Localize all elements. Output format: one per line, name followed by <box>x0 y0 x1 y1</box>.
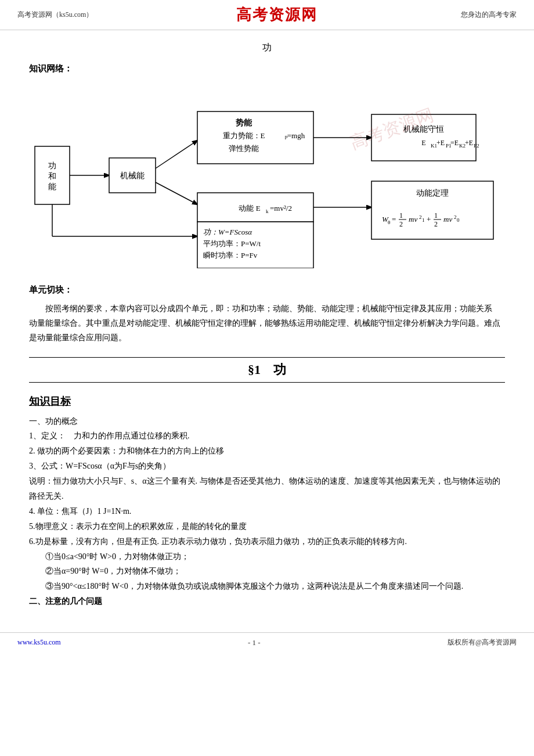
svg-text:机械能: 机械能 <box>120 171 145 180</box>
svg-text:2: 2 <box>454 214 457 220</box>
section2-title: 二、注意的几个问题 <box>29 594 505 609</box>
content-line-6: 5.物理意义：表示力在空间上的积累效应，是能的转化的量度 <box>29 519 505 534</box>
svg-text:重力势能：E: 重力势能：E <box>223 131 265 140</box>
svg-text:弹性势能: 弹性势能 <box>229 144 259 153</box>
header-left: 高考资源网（ks5u.com） <box>17 10 93 20</box>
knowledge-network-label: 知识网络： <box>29 63 505 74</box>
knowledge-goal-title: 知识目标 <box>29 394 505 408</box>
unit-section-label: 单元切块： <box>29 285 505 296</box>
diagram-svg: 功 和 能 机械能 势能 重力势能：E p =mgh 弹性势能 动能 E k =… <box>29 82 505 268</box>
section-heading: §1 功 <box>29 357 505 383</box>
svg-text:+: + <box>427 215 431 224</box>
svg-line-7 <box>156 141 197 168</box>
section1-title: 一、功的概念 <box>29 414 505 429</box>
content-line-7c: ③当90°<α≤180°时 W<0，力对物体做负功或说成物脚体克服这个力做功，这… <box>29 579 505 594</box>
svg-text:2: 2 <box>419 214 422 220</box>
svg-text:瞬时功率：P=Fv: 瞬时功率：P=Fv <box>203 251 258 260</box>
svg-text:E: E <box>421 139 425 147</box>
svg-text:=mgh: =mgh <box>287 131 305 140</box>
main-content: 功 知识网络： 高考资源网 功 和 能 机械能 势能 重力势能：E p <box>0 30 534 621</box>
content-line-7: 6.功是标量，没有方向，但是有正负. 正功表示动力做功，负功表示阻力做功，功的正… <box>29 534 505 549</box>
svg-text:功：W=FScosα: 功：W=FScosα <box>203 228 252 236</box>
svg-text:机械能守恒: 机械能守恒 <box>403 125 444 134</box>
svg-text:能: 能 <box>48 182 56 191</box>
content-line-5: 4. 单位：焦耳（J）1 J=1N·m. <box>29 504 505 519</box>
svg-text:2: 2 <box>434 220 438 228</box>
content-line-1: 1、定义： 力和力的作用点通过位移的乘积. <box>29 429 505 444</box>
header-center: 高考资源网 <box>236 5 317 25</box>
svg-text:θ: θ <box>388 219 390 225</box>
svg-line-8 <box>156 182 197 204</box>
svg-text:+E: +E <box>465 139 473 147</box>
svg-text:势能: 势能 <box>236 118 252 127</box>
svg-text:P2: P2 <box>474 143 479 149</box>
footer-left: www.ks5u.com <box>17 638 61 647</box>
svg-text:功: 功 <box>48 161 56 170</box>
knowledge-diagram: 高考资源网 功 和 能 机械能 势能 重力势能：E p =mgh 弹性势能 <box>29 82 505 271</box>
svg-text:=mv²/2: =mv²/2 <box>270 204 292 213</box>
svg-text:0: 0 <box>457 217 460 223</box>
unit-section-text: 按照考纲的要求，本章内容可以分成四个单元，即：功和功率；动能、势能、动能定理；机… <box>29 301 505 345</box>
header-right: 您身边的高考专家 <box>461 10 517 20</box>
svg-text:k: k <box>266 208 269 214</box>
svg-text:=E: =E <box>450 139 459 147</box>
svg-text:动能 E: 动能 E <box>239 204 260 213</box>
content-line-7b: ②当α=90°时 W=0，力对物体不做功； <box>29 564 505 579</box>
svg-text:=: = <box>392 215 396 224</box>
svg-text:动能定理: 动能定理 <box>416 189 449 197</box>
svg-text:平均功率：P=W/t: 平均功率：P=W/t <box>203 239 261 248</box>
page-footer: www.ks5u.com - 1 - 版权所有@高考资源网 <box>0 632 534 652</box>
svg-text:+E: +E <box>436 139 445 147</box>
content-line-2: 2. 做功的两个必要因素：力和物体在力的方向上的位移 <box>29 444 505 459</box>
page-title: 功 <box>29 42 505 54</box>
svg-text:1: 1 <box>399 211 403 219</box>
svg-text:mv: mv <box>409 215 417 224</box>
svg-text:2: 2 <box>399 220 403 228</box>
svg-text:1: 1 <box>434 211 438 219</box>
content-line-3: 3、公式：W=FScosα（α为F与s的夹角） <box>29 459 505 474</box>
svg-text:和: 和 <box>48 172 56 181</box>
svg-rect-21 <box>371 114 476 161</box>
content-line-7a: ①当0≤a<90°时 W>0，力对物体做正功； <box>29 549 505 564</box>
svg-text:1: 1 <box>422 217 425 223</box>
svg-text:mv: mv <box>443 215 452 224</box>
content-line-4: 说明：恒力做功大小只与F、s、α这三个量有关. 与物体是否还受其他力、物体运动的… <box>29 474 505 504</box>
footer-center: - 1 - <box>248 638 261 647</box>
page-header: 高考资源网（ks5u.com） 高考资源网 您身边的高考专家 <box>0 0 534 30</box>
footer-right: 版权所有@高考资源网 <box>448 638 517 647</box>
